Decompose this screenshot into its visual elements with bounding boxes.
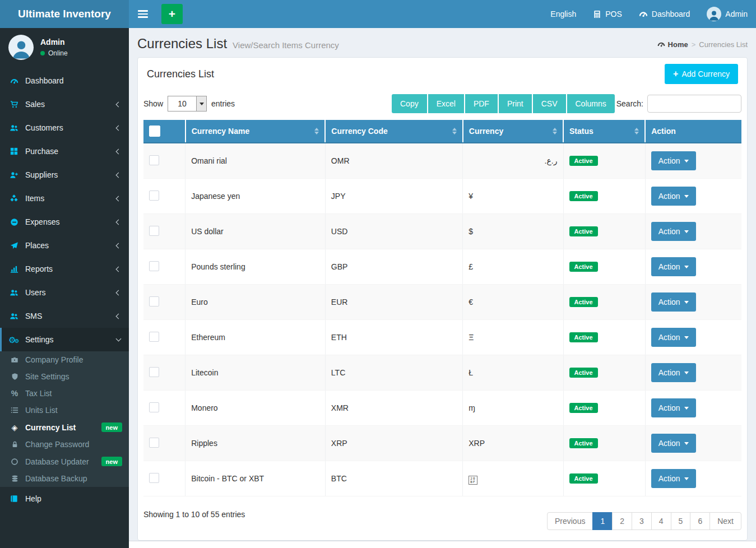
row-checkbox[interactable] <box>149 438 159 448</box>
pagination-page-2[interactable]: 2 <box>612 512 632 530</box>
pagination: Previous123456Next <box>547 512 741 530</box>
action-dropdown-button[interactable]: Action <box>651 469 696 488</box>
sidebar-item-database-backup[interactable]: Database Backup <box>0 470 129 487</box>
currency-name-cell: Ripples <box>185 426 326 461</box>
show-label: Show <box>143 99 163 108</box>
row-checkbox[interactable] <box>149 296 159 306</box>
excel-export-button[interactable]: Excel <box>428 94 464 113</box>
sidebar-item-customers[interactable]: Customers <box>0 116 129 140</box>
new-badge: new <box>101 422 122 432</box>
action-dropdown-button[interactable]: Action <box>651 222 696 241</box>
cart-icon <box>8 100 20 109</box>
row-checkbox[interactable] <box>149 473 159 483</box>
row-select-cell <box>143 249 185 285</box>
sidebar-user-status[interactable]: Online <box>40 49 68 57</box>
action-dropdown-button[interactable]: Action <box>651 257 696 276</box>
row-checkbox[interactable] <box>149 191 159 201</box>
csv-export-button[interactable]: CSV <box>533 94 566 113</box>
breadcrumb-current: Currencies List <box>699 40 748 49</box>
status-badge: Active <box>569 226 598 236</box>
print-export-button[interactable]: Print <box>499 94 532 113</box>
copy-export-button[interactable]: Copy <box>392 94 427 113</box>
chevron-left-icon <box>116 196 122 201</box>
table-row: Monero XMR ɱ Active Action <box>143 391 741 426</box>
row-checkbox[interactable] <box>149 367 159 377</box>
pagination-page-4[interactable]: 4 <box>651 512 671 530</box>
row-checkbox[interactable] <box>149 226 159 236</box>
pdf-export-button[interactable]: PDF <box>465 94 498 113</box>
sidebar-item-site-settings[interactable]: Site Settings <box>0 368 129 385</box>
sidebar-item-settings[interactable]: ⚙⚙Settings <box>0 328 129 351</box>
sidebar-item-database-updater[interactable]: Database Updaternew <box>0 453 129 470</box>
sidebar-item-tax-list[interactable]: %Tax List <box>0 385 129 402</box>
column-header-status[interactable]: Status <box>563 120 645 143</box>
row-checkbox[interactable] <box>149 261 159 271</box>
column-header-currency-code[interactable]: Currency Code <box>325 120 462 143</box>
row-checkbox[interactable] <box>149 332 159 342</box>
row-checkbox[interactable] <box>149 402 159 412</box>
search-input[interactable] <box>647 95 741 113</box>
action-dropdown-button[interactable]: Action <box>651 187 696 206</box>
quick-add-button[interactable]: + <box>161 4 183 24</box>
sidebar-item-places[interactable]: Places <box>0 234 129 257</box>
submenu-item-label: Tax List <box>25 389 52 398</box>
pagination-page-6[interactable]: 6 <box>690 512 710 530</box>
pagination-page-3[interactable]: 3 <box>632 512 652 530</box>
sidebar-item-items[interactable]: Items <box>0 187 129 210</box>
sidebar-item-currency-list[interactable]: ◈Currency Listnew <box>0 419 129 436</box>
sidebar-item-change-password[interactable]: Change Password <box>0 436 129 453</box>
sidebar-item-expenses[interactable]: Expenses <box>0 210 129 234</box>
status-badge: Active <box>569 368 598 378</box>
action-dropdown-button[interactable]: Action <box>651 363 696 382</box>
gears-icon: ⚙⚙ <box>8 336 20 344</box>
breadcrumb-home[interactable]: Home <box>657 40 688 49</box>
sidebar-item-reports[interactable]: Reports <box>0 257 129 281</box>
table-row: Omani rial OMR ر.ع. Active Action <box>143 143 741 179</box>
column-header-currency[interactable]: Currency <box>463 120 563 143</box>
row-checkbox[interactable] <box>149 155 159 165</box>
sort-icon <box>553 128 557 134</box>
app-logo[interactable]: Ultimate Inventory <box>0 0 129 28</box>
pos-link[interactable]: POS <box>585 0 630 28</box>
percent-icon: % <box>10 389 20 397</box>
sort-icon <box>452 128 457 134</box>
sidebar-item-help[interactable]: Help <box>0 487 129 510</box>
action-dropdown-button[interactable]: Action <box>651 434 696 453</box>
pagination-next[interactable]: Next <box>709 512 741 530</box>
status-badge: Active <box>569 297 598 307</box>
add-currency-button[interactable]: + Add Currency <box>665 64 738 84</box>
sidebar-item-units-list[interactable]: Units List <box>0 402 129 419</box>
action-dropdown-button[interactable]: Action <box>651 398 696 417</box>
list-icon <box>10 406 20 414</box>
sidebar-item-suppliers[interactable]: Suppliers <box>0 163 129 187</box>
chevron-left-icon <box>116 243 122 248</box>
row-select-cell <box>143 355 185 391</box>
sidebar-item-sales[interactable]: Sales <box>0 92 129 116</box>
column-header-currency-name[interactable]: Currency Name <box>185 120 326 143</box>
sidebar-toggle-icon[interactable] <box>129 0 157 28</box>
table-row: Japanese yen JPY ¥ Active Action <box>143 179 741 214</box>
pagination-page-5[interactable]: 5 <box>671 512 691 530</box>
sidebar-item-dashboard[interactable]: Dashboard <box>0 69 129 92</box>
sidebar-item-sms[interactable]: SMS <box>0 304 129 328</box>
user-menu[interactable]: Admin <box>698 0 756 28</box>
sidebar-item-users[interactable]: Users <box>0 281 129 304</box>
select-all-checkbox[interactable] <box>149 126 160 137</box>
action-dropdown-button[interactable]: Action <box>651 151 696 170</box>
currencies-panel: Currencies List + Add Currency Show 10 e… <box>137 57 748 541</box>
pagination-previous[interactable]: Previous <box>547 512 593 530</box>
action-dropdown-button[interactable]: Action <box>651 292 696 312</box>
page-length-select[interactable]: 10 <box>168 96 207 112</box>
sidebar-item-purchase[interactable]: Purchase <box>0 140 129 163</box>
currency-code-cell: LTC <box>325 355 462 391</box>
content-header: Currencies List View/Search Items Curren… <box>129 28 756 56</box>
action-cell: Action <box>645 461 741 496</box>
language-menu[interactable]: English <box>542 0 585 28</box>
sidebar-item-company-profile[interactable]: Company Profile <box>0 351 129 368</box>
pagination-page-1[interactable]: 1 <box>592 512 613 530</box>
columns-export-button[interactable]: Columns <box>567 94 615 113</box>
dashboard-link[interactable]: Dashboard <box>630 0 699 28</box>
status-cell: Active <box>563 391 645 426</box>
status-badge: Active <box>569 332 598 342</box>
action-dropdown-button[interactable]: Action <box>651 328 696 347</box>
